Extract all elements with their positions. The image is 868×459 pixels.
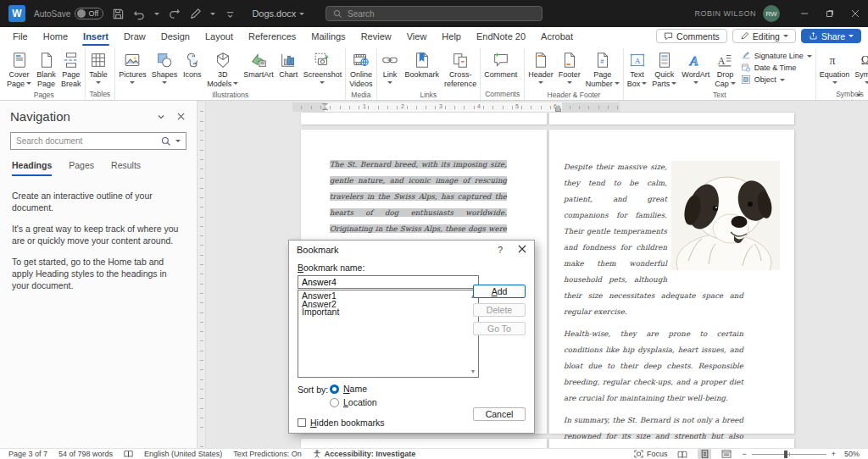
ribbon-button-table[interactable]: Table (86, 48, 111, 88)
body-paragraph[interactable]: Health-wise, they are prone to certain c… (564, 326, 743, 406)
zoom-percent[interactable]: 50% (844, 450, 860, 458)
tab-view[interactable]: View (399, 27, 435, 46)
dialog-close-icon[interactable] (518, 245, 526, 255)
language-indicator[interactable]: English (United States) (144, 450, 222, 458)
ribbon-button-drop-cap[interactable]: ADropCap (712, 48, 738, 90)
ribbon-button-header[interactable]: Header (526, 48, 556, 88)
focus-mode-button[interactable]: Focus (634, 450, 668, 458)
ribbon-button-wordart[interactable]: AWordArt (679, 48, 712, 88)
tab-file[interactable]: File (5, 27, 36, 46)
st-bernard-image[interactable] (671, 161, 780, 270)
nav-collapse-icon[interactable] (157, 113, 165, 121)
print-layout-icon[interactable] (698, 449, 711, 459)
tab-acrobat[interactable]: Acrobat (533, 27, 581, 46)
tab-draw[interactable]: Draw (116, 27, 153, 46)
page-indicator[interactable]: Page 3 of 7 (8, 450, 47, 458)
tab-references[interactable]: References (241, 27, 303, 46)
zoom-slider[interactable]: − + (742, 450, 836, 458)
zoom-slider-thumb[interactable] (784, 451, 787, 458)
radio-icon[interactable] (330, 384, 339, 394)
tab-review[interactable]: Review (353, 27, 399, 46)
tab-layout[interactable]: Layout (198, 27, 241, 46)
scroll-down-icon[interactable]: ▼ (470, 368, 476, 376)
ribbon-button-object[interactable]: Object (741, 75, 812, 85)
comments-button[interactable]: Comments (656, 29, 727, 43)
autosave-pill[interactable]: Off (75, 8, 103, 19)
ribbon-button-online-videos[interactable]: Online Videos (347, 48, 375, 90)
word-count[interactable]: 54 of 798 words (58, 450, 113, 458)
ribbon-button-3d-models[interactable]: 3DModels (204, 48, 241, 90)
ribbon-button-blank-page[interactable]: Blank Page (34, 48, 58, 90)
ribbon-button-text-box[interactable]: ATextBox (625, 48, 650, 90)
ribbon-button-signature-line[interactable]: Signature Line (741, 51, 812, 61)
redo-icon[interactable] (168, 8, 181, 20)
sort-option-name[interactable]: Name (330, 384, 377, 394)
minimize-button[interactable] (792, 0, 817, 27)
bookmark-name-input[interactable] (298, 275, 479, 289)
tab-insert[interactable]: Insert (75, 27, 116, 46)
draw-pen-icon[interactable] (189, 8, 202, 20)
ribbon-button-smartart[interactable]: SmartArt (241, 48, 276, 81)
nav-search-dropdown-icon[interactable] (175, 140, 181, 142)
close-button[interactable] (843, 0, 868, 27)
ribbon-button-equation[interactable]: πEquation (817, 48, 853, 88)
ribbon-button-screenshot[interactable]: Screenshot (301, 48, 345, 88)
add-button[interactable]: Add (473, 285, 526, 298)
ribbon-button-quick-parts[interactable]: QuickParts (649, 48, 679, 90)
ribbon-button-chart[interactable]: Chart (276, 48, 301, 81)
undo-icon[interactable] (133, 8, 146, 20)
avatar[interactable]: RW (763, 5, 780, 22)
read-mode-icon[interactable] (676, 449, 689, 459)
tab-help[interactable]: Help (434, 27, 469, 46)
nav-tab-results[interactable]: Results (111, 160, 141, 176)
pen-dropdown-icon[interactable] (210, 13, 215, 15)
delete-button[interactable]: Delete (473, 303, 526, 317)
nav-tab-pages[interactable]: Pages (69, 160, 94, 176)
nav-tab-headings[interactable]: Headings (12, 160, 52, 176)
nav-search-input[interactable] (16, 136, 157, 146)
user-name[interactable]: ROBIN WILSON (694, 9, 756, 18)
save-icon[interactable] (112, 8, 125, 20)
ribbon-button-shapes[interactable]: Shapes (149, 48, 181, 88)
text-predictions[interactable]: Text Predictions: On (233, 450, 302, 458)
ribbon-button-link[interactable]: Link (378, 48, 403, 88)
autosave-toggle[interactable]: AutoSave Off (34, 8, 103, 19)
hidden-bookmarks-checkbox[interactable] (298, 418, 306, 427)
ribbon-button-bookmark[interactable]: Bookmark (403, 48, 442, 81)
go-to-button[interactable]: Go To (473, 322, 526, 335)
ribbon-button-cover-page[interactable]: CoverPage (4, 48, 34, 90)
nav-search-box[interactable] (10, 132, 186, 150)
ribbon-button-comment[interactable]: Comment (481, 48, 520, 81)
ribbon-button-footer[interactable]: Footer (556, 48, 583, 88)
zoom-in-icon[interactable]: + (832, 450, 836, 458)
ribbon-button-date-time[interactable]: Date & Time (741, 63, 812, 73)
document-title[interactable]: Dogs.docx (252, 8, 304, 19)
tab-mailings[interactable]: Mailings (303, 27, 353, 46)
page-4[interactable]: Despite their massive size, they tend to… (549, 130, 794, 434)
cancel-button[interactable]: Cancel (473, 407, 526, 421)
ribbon-button-cross-reference[interactable]: Cross- reference (442, 48, 479, 90)
search-box[interactable]: Search (326, 6, 542, 21)
word-logo-icon[interactable]: W (8, 5, 25, 22)
nav-search-icon[interactable] (161, 136, 171, 147)
web-layout-icon[interactable] (720, 449, 733, 459)
ribbon-button-icons[interactable]: Icons (180, 48, 204, 81)
tab-endnote-20[interactable]: EndNote 20 (469, 27, 533, 46)
tab-design[interactable]: Design (153, 27, 198, 46)
bookmark-list[interactable]: Answer1Answer2Important ▲ ▼ (298, 290, 479, 378)
radio-icon[interactable] (330, 398, 339, 407)
ribbon-button-symbol[interactable]: ΩSymbol (852, 48, 868, 88)
ribbon-button-page-break[interactable]: Page Break (58, 48, 84, 90)
restore-button[interactable] (817, 0, 843, 27)
nav-close-icon[interactable] (177, 113, 185, 120)
zoom-out-icon[interactable]: − (742, 450, 746, 458)
collapse-ribbon-icon[interactable] (856, 94, 861, 97)
ribbon-button-pictures[interactable]: Pictures (116, 48, 149, 88)
accessibility-status[interactable]: Accessibility: Investigate (313, 450, 416, 458)
sort-option-location[interactable]: Location (330, 397, 377, 407)
quick-access-more-icon[interactable] (224, 8, 236, 20)
undo-dropdown-icon[interactable] (154, 13, 159, 15)
share-button[interactable]: Share (801, 29, 861, 43)
ribbon-button-page-number[interactable]: #PageNumber (583, 48, 622, 90)
dialog-title-bar[interactable]: Bookmark ? (289, 241, 534, 258)
